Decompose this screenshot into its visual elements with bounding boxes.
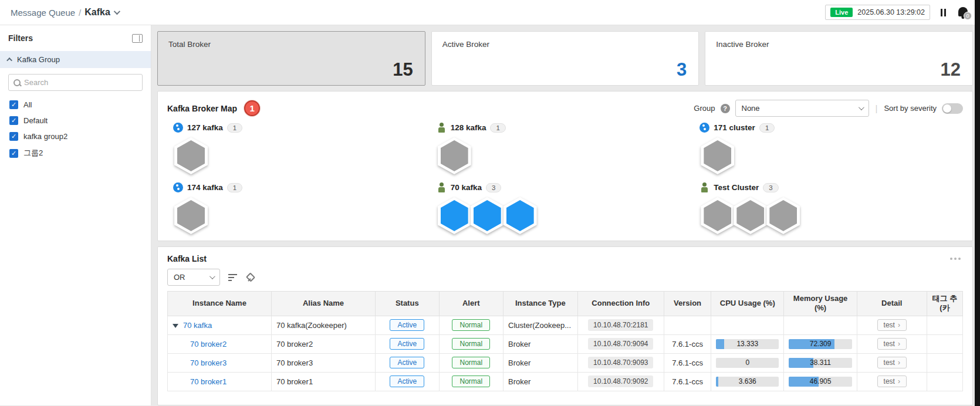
memory-usage-cell: 46.905 [784,372,857,391]
cluster-test-cluster: Test Cluster 3 [699,182,963,234]
kafka-icon [699,123,709,133]
page-scrollbar[interactable] [975,0,980,406]
detail-button[interactable]: test› [877,338,907,350]
broker-hexagon[interactable] [766,197,800,234]
filter-checkbox-default[interactable]: ✓ Default [0,113,151,128]
instance-name-link[interactable]: 70 kafka [183,321,212,330]
collapse-sidebar-icon[interactable] [132,34,143,43]
notification-count-badge: 0 [964,12,972,20]
instance-type-cell: Broker [503,372,577,391]
cluster-count-badge: 3 [486,183,501,192]
divider: | [876,103,878,113]
instance-type-cell: Cluster(Zookeep... [503,316,577,334]
kafka-broker-map-panel: Kafka Broker Map 1 Group ? None | Sort b… [157,91,973,241]
broker-hexagon[interactable] [438,197,471,234]
instance-name-link[interactable]: 70 broker1 [190,377,227,386]
instance-type-cell: Broker [503,334,577,353]
pin-icon[interactable] [245,273,254,282]
hexagon-row [173,137,437,174]
hexagon-row [173,197,437,234]
more-options-icon[interactable] [948,255,963,262]
memory-usage-bar: 46.905 [789,377,851,387]
filters-title: Filters [8,33,33,43]
connection-info-pill: 10.10.48.70:9094 [588,338,653,350]
tag-cell [927,334,962,353]
collapse-row-icon[interactable] [173,324,178,328]
broker-hexagon[interactable] [734,197,767,234]
filter-operator-select[interactable]: OR [167,269,220,286]
alias-cell: 70 kafka(Zookeeper) [272,316,376,334]
help-icon[interactable]: ? [721,104,730,113]
notifications-button[interactable]: 0 [957,6,969,19]
stat-card-active-broker[interactable]: Active Broker 3 [431,31,699,86]
broker-hexagon[interactable] [701,137,734,174]
detail-button[interactable]: test› [877,319,907,331]
pause-button[interactable] [937,6,949,19]
instance-name-link[interactable]: 70 broker3 [190,358,227,367]
column-header-status: Status [376,292,440,316]
sort-by-severity-toggle[interactable] [942,103,963,114]
filters-sidebar: Filters Kafka Group ✓ All ✓ Default ✓ ka… [0,25,151,405]
breadcrumb[interactable]: Message Queue [11,8,75,18]
alias-cell: 70 broker1 [272,372,376,391]
timestamp: 2025.06.30 13:29:02 [857,8,925,16]
cluster-127-kafka: 127 kafka 1 [173,123,437,174]
group-search-box [8,74,143,91]
column-header-tag: 태그 추 (카 [927,292,962,316]
column-header-memory-usage: Memory Usage (%) [784,292,857,316]
column-header-alias-name: Alias Name [272,292,376,316]
filter-icon[interactable] [228,274,237,281]
stat-value: 15 [393,59,413,80]
broker-hexagon[interactable] [174,137,208,174]
filter-checkbox-kafka-group2[interactable]: ✓ kafka group2 [0,128,151,144]
filter-checkbox-group2[interactable]: ✓ 그룹2 [0,144,151,162]
detail-button[interactable]: test› [877,375,907,387]
status-badge: Active [390,338,424,350]
sort-by-severity-label: Sort by severity [884,104,937,113]
annotation-badge-1: 1 [244,100,260,116]
chevron-down-icon[interactable] [114,8,120,15]
status-badge: Active [390,357,424,368]
version-cell [664,316,711,334]
alias-cell: 70 broker2 [272,334,376,353]
column-header-version: Version [664,292,711,316]
broker-hexagon[interactable] [471,197,504,234]
cpu-usage-cell: 0 [711,353,784,372]
checkbox-label: 그룹2 [23,148,43,158]
cluster-name: 127 kafka [187,123,223,132]
hexagon-row [437,137,700,174]
stat-card-inactive-broker[interactable]: Inactive Broker 12 [705,31,973,86]
tag-cell [927,372,962,391]
group-select-value: None [742,104,760,113]
instance-name-link[interactable]: 70 broker2 [190,340,227,349]
table-row: 70 broker1 70 broker1 Active Normal Brok… [168,372,963,391]
stat-value: 12 [941,59,961,80]
checkbox-label: All [23,100,32,109]
detail-button[interactable]: test› [877,357,907,368]
memory-usage-cell: 38.311 [784,353,857,372]
alert-badge: Normal [452,375,490,387]
page-title[interactable]: Kafka [85,7,110,18]
group-select[interactable]: None [735,100,869,117]
column-header-detail: Detail [857,292,927,316]
memory-usage-bar: 38.311 [789,358,851,368]
cluster-name: 128 kafka [451,123,486,132]
checkbox-label: Default [23,116,48,125]
version-cell: 7.6.1-ccs [664,334,711,353]
broker-hexagon[interactable] [438,137,471,174]
checkbox-label: kafka group2 [23,132,67,141]
cluster-count-badge: 3 [763,183,778,192]
top-bar: Message Queue / Kafka Live 2025.06.30 13… [0,0,980,25]
filter-checkbox-all[interactable]: ✓ All [0,97,151,113]
cpu-usage-cell: 13.333 [711,334,784,353]
cluster-name: 70 kafka [451,183,482,192]
status-badge: Active [390,375,424,387]
stat-card-total-broker[interactable]: Total Broker 15 [157,31,425,86]
stat-label: Total Broker [168,40,414,49]
broker-hexagon[interactable] [503,197,537,234]
broker-hexagon[interactable] [174,197,208,234]
kafka-group-section-header[interactable]: Kafka Group [0,51,151,68]
search-input[interactable] [24,78,137,87]
broker-hexagon[interactable] [701,197,734,234]
cpu-usage-bar: 3.636 [716,377,779,387]
